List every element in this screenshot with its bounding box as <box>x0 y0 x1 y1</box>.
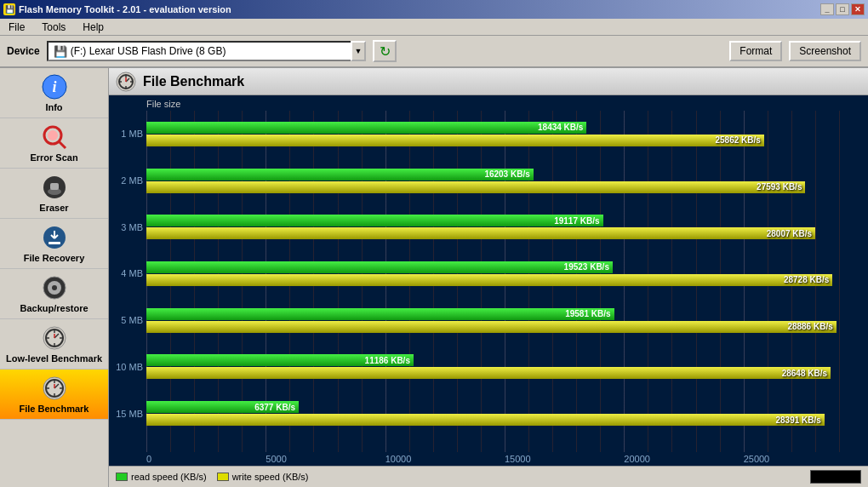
maximize-button[interactable]: □ <box>836 3 849 15</box>
file-recovery-icon <box>41 224 68 251</box>
device-select[interactable]: 💾 (F:) Lexar USB Flash Drive (8 GB) <box>47 41 352 61</box>
bar-write-1: 27593 KB/s <box>146 181 863 193</box>
bar-write-4: 28886 KB/s <box>146 321 863 333</box>
drive-icon: 💾 <box>54 45 67 58</box>
bar-read-2: 19117 KB/s <box>146 215 863 226</box>
bar-write-3: 28728 KB/s <box>146 274 863 286</box>
sidebar-item-error-scan[interactable]: Error Scan <box>0 118 108 169</box>
y-label-4mb: 4 MB <box>114 268 143 278</box>
x-label-5000: 5000 <box>266 454 385 464</box>
bar-read-label-3: 19523 KB/s <box>564 262 609 272</box>
bar-group-4: 19581 KB/s28886 KB/s <box>146 308 863 333</box>
y-label-2mb: 2 MB <box>114 175 143 186</box>
minimize-button[interactable]: _ <box>820 3 834 15</box>
sidebar: i Info Error Scan Erase <box>0 68 109 487</box>
error-scan-icon <box>41 123 68 151</box>
legend-write: write speed (KB/s) <box>217 472 309 482</box>
format-button[interactable]: Format <box>729 41 782 61</box>
bar-write-label-6: 28391 KB/s <box>775 415 820 425</box>
y-label-1mb: 1 MB <box>114 129 143 139</box>
y-label-5mb: 5 MB <box>114 315 143 325</box>
chart-legend: read speed (KB/s) write speed (KB/s) <box>109 466 868 487</box>
bar-write-label-2: 28007 KB/s <box>767 229 812 238</box>
bar-read-3: 19523 KB/s <box>146 261 863 273</box>
x-axis: 0500010000150002000025000 <box>114 454 863 466</box>
device-dropdown-arrow[interactable]: ▼ <box>351 41 366 61</box>
sidebar-item-backup-restore[interactable]: Backup/restore <box>0 269 108 319</box>
svg-line-3 <box>59 141 66 148</box>
bar-write-5: 28648 KB/s <box>146 367 863 379</box>
toolbar: Device 💾 (F:) Lexar USB Flash Drive (8 G… <box>0 36 868 68</box>
menu-help[interactable]: Help <box>77 20 109 34</box>
svg-point-4 <box>48 130 58 140</box>
panel-header: File Benchmark <box>109 68 868 95</box>
bar-write-0: 25862 KB/s <box>146 135 863 146</box>
bar-read-label-6: 6377 KB/s <box>254 403 295 412</box>
bar-write-label-4: 28886 KB/s <box>787 322 832 331</box>
device-value: (F:) Lexar USB Flash Drive (8 GB) <box>71 45 226 57</box>
sidebar-item-error-scan-label: Error Scan <box>30 152 77 163</box>
title-bar: 💾 Flash Memory Toolkit - 2.01 - evaluati… <box>0 0 868 19</box>
screenshot-button[interactable]: Screenshot <box>789 41 861 61</box>
sidebar-item-file-recovery[interactable]: File Recovery <box>0 219 108 269</box>
sidebar-item-eraser[interactable]: Eraser <box>0 169 108 219</box>
bar-read-4: 19581 KB/s <box>146 308 863 320</box>
window-controls: _ □ ✕ <box>820 3 865 15</box>
bar-read-6: 6377 KB/s <box>146 401 863 413</box>
bar-read-0: 18434 KB/s <box>146 122 863 134</box>
bar-group-2: 19117 KB/s28007 KB/s <box>146 215 863 239</box>
legend-read: read speed (KB/s) <box>116 472 207 482</box>
legend-black-box <box>810 470 861 484</box>
sidebar-item-backup-restore-label: Backup/restore <box>20 303 88 313</box>
bar-group-6: 6377 KB/s28391 KB/s <box>146 401 863 426</box>
close-button[interactable]: ✕ <box>851 3 865 15</box>
content-area: File Benchmark File size 1 MB 2 MB 3 MB … <box>109 68 868 487</box>
app-icon: 💾 <box>3 3 15 15</box>
chart-container: 1 MB 2 MB 3 MB 4 MB 5 MB 10 MB 15 MB 184… <box>114 111 863 452</box>
bar-read-5: 11186 KB/s <box>146 354 863 366</box>
bar-group-3: 19523 KB/s28728 KB/s <box>146 261 863 286</box>
sidebar-item-file-benchmark[interactable]: File Benchmark <box>0 370 108 420</box>
backup-restore-icon <box>41 274 68 301</box>
panel-title: File Benchmark <box>143 74 244 89</box>
menu-file[interactable]: File <box>3 20 30 34</box>
bar-write-2: 28007 KB/s <box>146 227 863 239</box>
x-label-10000: 10000 <box>385 454 505 464</box>
y-label-3mb: 3 MB <box>114 222 143 232</box>
sidebar-item-file-benchmark-label: File Benchmark <box>20 404 89 414</box>
bar-write-6: 28391 KB/s <box>146 414 863 426</box>
bar-read-1: 16203 KB/s <box>146 169 863 180</box>
svg-rect-7 <box>50 183 59 190</box>
x-label-25000: 25000 <box>744 454 863 464</box>
sidebar-item-info-label: Info <box>45 102 62 112</box>
bar-read-label-1: 16203 KB/s <box>484 169 529 179</box>
info-icon: i <box>41 73 68 100</box>
sidebar-item-eraser-label: Eraser <box>39 203 68 213</box>
low-level-benchmark-icon <box>41 324 68 352</box>
bar-read-label-2: 19117 KB/s <box>554 216 599 226</box>
bar-write-label-1: 27593 KB/s <box>757 182 802 192</box>
svg-point-12 <box>52 285 57 290</box>
bar-group-1: 16203 KB/s27593 KB/s <box>146 169 863 193</box>
legend-write-label: write speed (KB/s) <box>232 472 309 482</box>
bar-read-label-0: 18434 KB/s <box>538 123 583 132</box>
bar-read-label-4: 19581 KB/s <box>565 309 610 318</box>
sidebar-item-low-level-benchmark-label: Low-level Benchmark <box>6 353 102 364</box>
app-title: Flash Memory Toolkit - 2.01 - evaluation… <box>19 4 231 14</box>
file-size-label: File size <box>146 99 863 109</box>
menu-tools[interactable]: Tools <box>37 20 71 34</box>
bar-write-label-0: 25862 KB/s <box>716 135 761 145</box>
x-label-0: 0 <box>146 454 266 464</box>
y-label-15mb: 15 MB <box>114 409 143 419</box>
device-label: Device <box>7 45 40 57</box>
menu-bar: File Tools Help <box>0 19 868 36</box>
bar-write-label-3: 28728 KB/s <box>784 275 829 284</box>
eraser-icon <box>41 174 68 201</box>
bar-group-0: 18434 KB/s25862 KB/s <box>146 122 863 146</box>
sidebar-item-info[interactable]: i Info <box>0 68 108 118</box>
sidebar-item-low-level-benchmark[interactable]: Low-level Benchmark <box>0 319 108 370</box>
legend-read-label: read speed (KB/s) <box>131 472 207 482</box>
refresh-button[interactable]: ↻ <box>373 40 397 62</box>
bar-write-label-5: 28648 KB/s <box>782 369 827 378</box>
svg-rect-9 <box>49 242 60 244</box>
